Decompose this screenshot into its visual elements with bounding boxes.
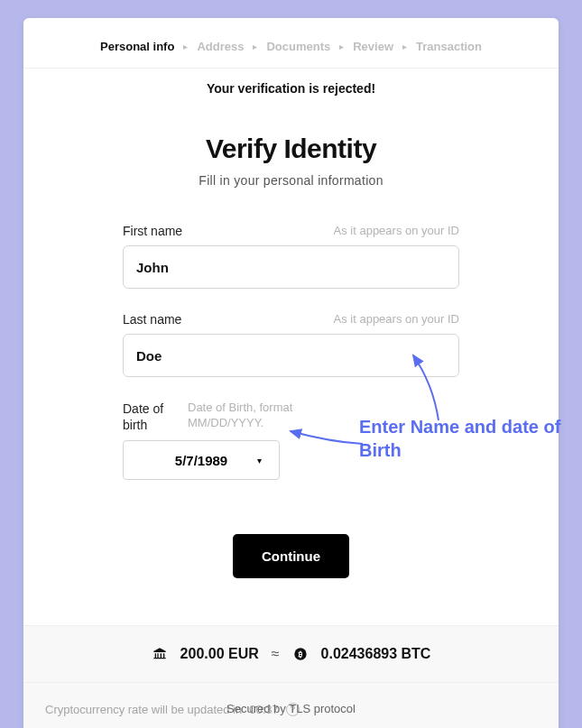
bank-icon bbox=[152, 646, 168, 662]
page-subtitle: Fill in your personal information bbox=[23, 173, 559, 188]
dob-label: Date of birth bbox=[123, 401, 177, 433]
status-banner: Your verification is rejected! bbox=[23, 69, 559, 108]
svg-text:₿: ₿ bbox=[298, 650, 302, 659]
field-dob: Date of birth Date of Birth, format MM/D… bbox=[123, 401, 459, 480]
last-name-hint: As it appears on your ID bbox=[334, 312, 459, 326]
first-name-input[interactable] bbox=[123, 245, 459, 289]
continue-button[interactable]: Continue bbox=[233, 534, 349, 578]
bitcoin-icon: ₿ bbox=[292, 646, 309, 662]
fiat-amount: 200.00 EUR bbox=[180, 646, 259, 662]
page-heading: Verify Identity Fill in your personal in… bbox=[23, 108, 559, 193]
chevron-right-icon: ▸ bbox=[183, 41, 188, 51]
crypto-amount: 0.02436893 BTC bbox=[321, 646, 431, 662]
field-last-name: Last name As it appears on your ID bbox=[123, 312, 459, 377]
chevron-right-icon: ▸ bbox=[402, 41, 407, 51]
chevron-right-icon: ▸ bbox=[253, 41, 257, 51]
last-name-input[interactable] bbox=[123, 334, 459, 377]
crumb-documents[interactable]: Documents bbox=[266, 40, 330, 53]
approx-symbol: ≈ bbox=[272, 646, 280, 662]
breadcrumb: Personal info ▸ Address ▸ Documents ▸ Re… bbox=[23, 18, 559, 69]
conversion-summary: 200.00 EUR ≈ ₿ 0.02436893 BTC bbox=[23, 625, 559, 682]
crumb-address[interactable]: Address bbox=[197, 40, 244, 53]
crumb-personal-info[interactable]: Personal info bbox=[100, 40, 174, 53]
chevron-right-icon: ▸ bbox=[339, 41, 344, 51]
dob-picker[interactable]: 5/7/1989 bbox=[123, 440, 280, 480]
identity-form: First name As it appears on your ID Last… bbox=[23, 193, 559, 625]
crumb-transaction[interactable]: Transaction bbox=[416, 40, 482, 53]
verification-card: Personal info ▸ Address ▸ Documents ▸ Re… bbox=[23, 18, 559, 728]
last-name-label: Last name bbox=[123, 312, 181, 327]
field-first-name: First name As it appears on your ID bbox=[123, 224, 459, 289]
first-name-label: First name bbox=[123, 224, 182, 238]
secured-by-text: Secured by TLS protocol bbox=[0, 702, 582, 715]
dob-hint: Date of Birth, format MM/DD/YYYY. bbox=[188, 401, 332, 431]
first-name-hint: As it appears on your ID bbox=[334, 224, 459, 237]
page-title: Verify Identity bbox=[23, 134, 559, 164]
crumb-review[interactable]: Review bbox=[353, 40, 393, 53]
